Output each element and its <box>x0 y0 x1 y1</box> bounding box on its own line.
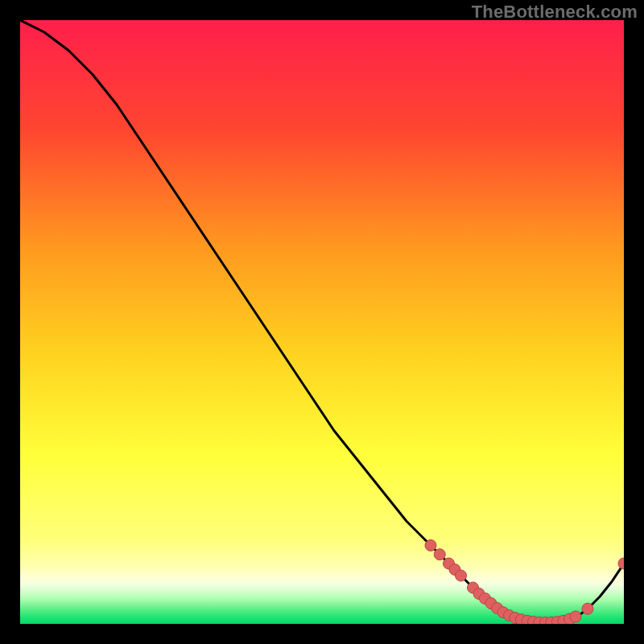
plot-area <box>20 20 624 624</box>
curve-marker <box>434 549 445 560</box>
bottleneck-curve <box>20 20 624 623</box>
curve-marker <box>582 603 593 614</box>
curve-marker <box>425 540 436 551</box>
watermark-label: TheBottleneck.com <box>472 2 638 23</box>
curve-marker <box>456 570 467 581</box>
curve-marker <box>570 611 581 622</box>
curve-layer <box>20 20 624 624</box>
chart-stage: TheBottleneck.com <box>0 0 644 644</box>
curve-marker <box>618 558 624 569</box>
